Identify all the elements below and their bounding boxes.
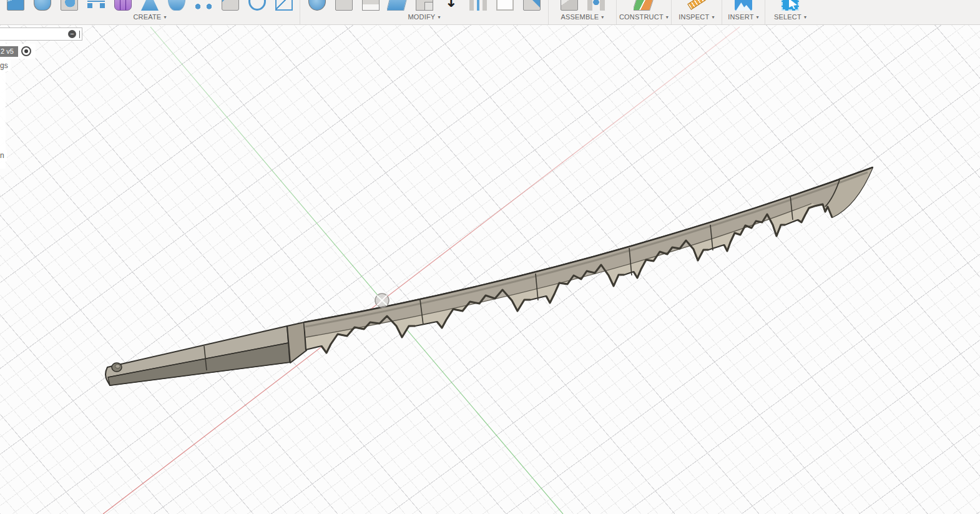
move-icon[interactable] — [441, 0, 462, 12]
chevron-down-icon: ▾ — [666, 14, 669, 20]
chevron-down-icon: ▾ — [601, 14, 604, 20]
chevron-down-icon: ▾ — [757, 14, 759, 20]
search-input[interactable] — [0, 28, 65, 40]
fusion360-window: CREATE ▾ MODIFY ▾ — [0, 0, 980, 514]
draft-icon[interactable] — [387, 0, 408, 12]
inspect-menu[interactable]: INSPECT ▾ — [679, 13, 714, 21]
scale-icon[interactable] — [414, 0, 435, 12]
create-menu[interactable]: CREATE ▾ — [133, 13, 166, 21]
box-icon[interactable] — [5, 0, 26, 12]
text-cursor — [79, 31, 80, 38]
construct-icons — [634, 0, 655, 12]
inspect-icons — [686, 0, 707, 12]
toolbar-group-assemble: ASSEMBLE ▾ — [549, 0, 617, 24]
toolbar-spacer — [815, 0, 980, 24]
toolbar-group-create: CREATE ▾ — [0, 0, 300, 24]
coil-icon[interactable] — [86, 0, 107, 12]
modify-menu[interactable]: MODIFY ▾ — [408, 13, 440, 21]
modify-icons — [306, 0, 542, 12]
select-menu[interactable]: SELECT ▾ — [774, 13, 806, 21]
select-icon[interactable] — [780, 0, 801, 12]
modify-menu-label: MODIFY — [408, 13, 435, 21]
pattern-icon[interactable] — [193, 0, 214, 12]
insert-icons — [733, 0, 754, 12]
toolbar-group-construct: CONSTRUCT ▾ — [617, 0, 672, 24]
chevron-down-icon: ▾ — [164, 14, 166, 20]
press-pull-icon[interactable] — [306, 0, 328, 12]
create-menu-label: CREATE — [133, 13, 161, 21]
select-menu-label: SELECT — [774, 13, 801, 21]
form-icon[interactable] — [112, 0, 134, 12]
patch-icon[interactable] — [220, 0, 241, 12]
insert-menu[interactable]: INSERT ▾ — [728, 13, 759, 21]
sphere-icon[interactable] — [59, 0, 80, 12]
insert-menu-label: INSERT — [728, 13, 753, 21]
loft-icon[interactable] — [139, 0, 160, 12]
construct-menu[interactable]: CONSTRUCT ▾ — [619, 13, 669, 21]
new-component-icon[interactable] — [559, 0, 580, 12]
joint-icon[interactable] — [586, 0, 607, 12]
toolbar-group-select: SELECT ▾ — [765, 0, 815, 24]
replace-face-icon[interactable] — [521, 0, 542, 12]
construction-plane-icon[interactable] — [634, 0, 655, 12]
toolbar: CREATE ▾ MODIFY ▾ — [0, 0, 980, 25]
revolve-icon[interactable] — [32, 0, 53, 12]
assemble-icons — [559, 0, 607, 12]
create-icons — [5, 0, 295, 12]
activate-component-radio-icon[interactable] — [21, 46, 31, 56]
chevron-down-icon: ▾ — [438, 14, 440, 20]
document-name-chip[interactable]: 2 v5 — [0, 46, 18, 57]
viewport-canvas[interactable] — [0, 25, 980, 514]
browser-item-origin[interactable]: n — [0, 150, 7, 161]
pipe-icon[interactable] — [166, 0, 187, 12]
assemble-menu-label: ASSEMBLE — [561, 13, 599, 21]
torus-icon[interactable] — [247, 0, 268, 12]
toolbar-group-inspect: INSPECT ▾ — [672, 0, 722, 24]
shell-icon[interactable] — [360, 0, 381, 12]
delete-icon[interactable] — [494, 0, 516, 12]
toolbar-group-insert: INSERT ▾ — [722, 0, 765, 24]
frame-icon[interactable] — [273, 0, 295, 12]
align-icon[interactable] — [468, 0, 489, 12]
clear-search-icon[interactable]: − — [68, 30, 76, 38]
fillet-icon[interactable] — [333, 0, 355, 12]
select-icons — [780, 0, 801, 12]
chevron-down-icon: ▾ — [712, 14, 714, 20]
chevron-down-icon: ▾ — [804, 14, 806, 20]
browser-item-document-settings[interactable]: gs — [0, 60, 11, 71]
assemble-menu[interactable]: ASSEMBLE ▾ — [561, 13, 604, 21]
measure-icon[interactable] — [686, 0, 707, 12]
browser-document-row: 2 v5 — [0, 44, 36, 59]
construct-menu-label: CONSTRUCT — [619, 13, 664, 21]
inspect-menu-label: INSPECT — [679, 13, 709, 21]
insert-image-icon[interactable] — [733, 0, 754, 12]
toolbar-group-modify: MODIFY ▾ — [300, 0, 549, 24]
browser-search-box: − — [0, 27, 82, 41]
